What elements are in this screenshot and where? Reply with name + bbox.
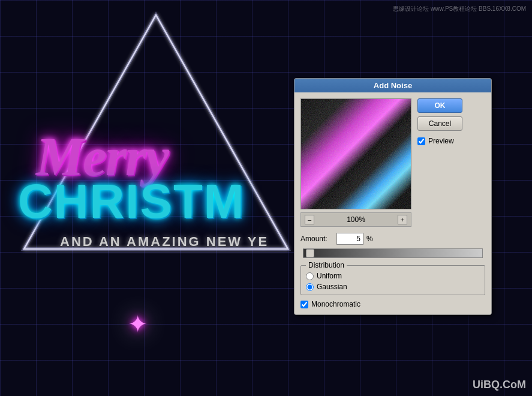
tagline-text: AND AN AMAZING NEW YE <box>60 234 269 250</box>
preview-checkbox-label: Preview <box>428 137 454 145</box>
cancel-button[interactable]: Cancel <box>417 116 462 131</box>
amount-row: Amount: % <box>300 233 485 245</box>
monochromatic-row: Monochromatic <box>300 300 485 308</box>
monochromatic-label: Monochromatic <box>311 300 360 308</box>
uniform-label: Uniform <box>317 272 342 280</box>
uniform-radio[interactable] <box>306 272 314 280</box>
gaussian-radio-row: Gaussian <box>306 283 480 291</box>
gaussian-label: Gaussian <box>317 283 347 291</box>
dialog-body: – 100% + OK Cancel Preview Amount: % <box>294 92 491 314</box>
preview-checkbox-row: Preview <box>417 137 465 145</box>
amount-percent: % <box>366 235 373 243</box>
preview-area: – 100% + <box>300 98 411 227</box>
zoom-in-button[interactable]: + <box>398 215 407 224</box>
noise-slider[interactable] <box>303 248 483 258</box>
star-glow <box>120 306 156 342</box>
ok-button[interactable]: OK <box>417 98 462 113</box>
dialog-titlebar: Add Noise <box>294 79 491 92</box>
watermark-top: 思缘设计论坛 www.PS教程论坛 BBS.16XX8.COM <box>393 5 526 13</box>
watermark-bottom: UiBQ.CoM <box>473 379 526 391</box>
preview-checkbox[interactable] <box>417 137 425 145</box>
uniform-radio-row: Uniform <box>306 272 480 280</box>
dialog-buttons: OK Cancel Preview <box>417 98 465 227</box>
slider-row <box>300 248 485 260</box>
dialog-main-row: – 100% + OK Cancel Preview <box>300 98 485 227</box>
preview-image <box>300 98 411 209</box>
amount-label: Amount: <box>300 235 333 243</box>
preview-noise <box>301 99 411 209</box>
monochromatic-checkbox[interactable] <box>300 301 308 308</box>
zoom-level: 100% <box>347 215 365 224</box>
christmas-text: CHRISTM <box>18 174 245 229</box>
distribution-group: Distribution Uniform Gaussian <box>300 265 485 295</box>
zoom-out-button[interactable]: – <box>305 215 314 224</box>
add-noise-dialog: Add Noise – 100% + OK Cancel <box>294 78 492 315</box>
gaussian-radio[interactable] <box>306 283 314 291</box>
preview-zoom-controls: – 100% + <box>300 212 411 227</box>
amount-input[interactable] <box>336 233 363 245</box>
distribution-legend: Distribution <box>306 261 347 269</box>
